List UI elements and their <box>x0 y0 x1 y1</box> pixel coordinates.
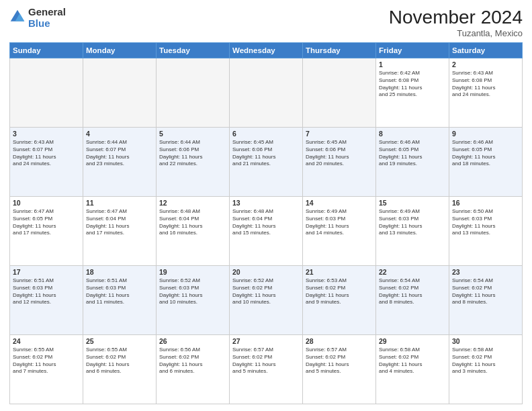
day-info: Sunrise: 6:47 AM Sunset: 6:05 PM Dayligh… <box>13 208 80 237</box>
day-number: 14 <box>306 199 373 207</box>
calendar-cell: 4Sunrise: 6:44 AM Sunset: 6:07 PM Daylig… <box>83 128 157 197</box>
page-container: General Blue November 2024 Tuzantla, Mex… <box>0 0 532 411</box>
calendar-cell: 5Sunrise: 6:44 AM Sunset: 6:06 PM Daylig… <box>157 128 230 197</box>
day-info: Sunrise: 6:46 AM Sunset: 6:05 PM Dayligh… <box>452 139 519 168</box>
logo-blue-text: Blue <box>28 18 66 30</box>
day-number: 7 <box>306 130 373 138</box>
day-number: 11 <box>86 199 153 207</box>
day-number: 27 <box>232 337 300 345</box>
day-info: Sunrise: 6:52 AM Sunset: 6:03 PM Dayligh… <box>159 277 226 306</box>
day-info: Sunrise: 6:48 AM Sunset: 6:04 PM Dayligh… <box>159 208 226 237</box>
day-number: 24 <box>13 337 80 345</box>
calendar-cell <box>83 58 157 128</box>
day-number: 3 <box>13 130 80 138</box>
day-info: Sunrise: 6:50 AM Sunset: 6:03 PM Dayligh… <box>452 208 519 237</box>
calendar-cell: 23Sunrise: 6:54 AM Sunset: 6:02 PM Dayli… <box>449 266 523 335</box>
calendar-cell: 30Sunrise: 6:58 AM Sunset: 6:02 PM Dayli… <box>449 335 523 404</box>
calendar-cell <box>10 58 83 128</box>
calendar-cell: 12Sunrise: 6:48 AM Sunset: 6:04 PM Dayli… <box>157 197 230 266</box>
week-row-3: 10Sunrise: 6:47 AM Sunset: 6:05 PM Dayli… <box>10 197 523 266</box>
day-number: 21 <box>306 268 373 276</box>
weekday-header-thursday: Thursday <box>303 43 376 58</box>
day-info: Sunrise: 6:46 AM Sunset: 6:05 PM Dayligh… <box>379 139 446 168</box>
day-number: 25 <box>86 337 153 345</box>
weekday-header-saturday: Saturday <box>449 43 523 58</box>
weekday-header-tuesday: Tuesday <box>157 43 230 58</box>
day-number: 6 <box>232 130 300 138</box>
logo-icon <box>9 9 26 25</box>
week-row-2: 3Sunrise: 6:43 AM Sunset: 6:07 PM Daylig… <box>10 128 523 197</box>
weekday-header-wednesday: Wednesday <box>230 43 303 58</box>
weekday-header-friday: Friday <box>376 43 449 58</box>
calendar-cell: 11Sunrise: 6:47 AM Sunset: 6:04 PM Dayli… <box>83 197 157 266</box>
day-number: 12 <box>159 199 226 207</box>
day-number: 10 <box>13 199 80 207</box>
day-number: 17 <box>13 268 80 276</box>
day-info: Sunrise: 6:49 AM Sunset: 6:03 PM Dayligh… <box>306 208 373 237</box>
day-info: Sunrise: 6:47 AM Sunset: 6:04 PM Dayligh… <box>86 208 153 237</box>
calendar-cell: 9Sunrise: 6:46 AM Sunset: 6:05 PM Daylig… <box>449 128 523 197</box>
month-title: November 2024 <box>389 7 523 28</box>
day-info: Sunrise: 6:51 AM Sunset: 6:03 PM Dayligh… <box>86 277 153 306</box>
calendar-cell: 10Sunrise: 6:47 AM Sunset: 6:05 PM Dayli… <box>10 197 83 266</box>
weekday-header-sunday: Sunday <box>10 43 83 58</box>
day-info: Sunrise: 6:45 AM Sunset: 6:06 PM Dayligh… <box>232 139 300 168</box>
calendar-cell: 16Sunrise: 6:50 AM Sunset: 6:03 PM Dayli… <box>449 197 523 266</box>
day-number: 1 <box>379 60 446 68</box>
day-number: 23 <box>452 268 519 276</box>
day-number: 26 <box>159 337 226 345</box>
logo: General Blue <box>9 7 66 29</box>
day-info: Sunrise: 6:52 AM Sunset: 6:02 PM Dayligh… <box>232 277 300 306</box>
day-number: 5 <box>159 130 226 138</box>
calendar-cell <box>157 58 230 128</box>
day-number: 18 <box>86 268 153 276</box>
day-info: Sunrise: 6:55 AM Sunset: 6:02 PM Dayligh… <box>13 347 80 375</box>
week-row-5: 24Sunrise: 6:55 AM Sunset: 6:02 PM Dayli… <box>10 335 523 404</box>
location: Tuzantla, Mexico <box>389 28 523 38</box>
day-number: 13 <box>232 199 300 207</box>
title-section: November 2024 Tuzantla, Mexico <box>389 7 523 38</box>
day-info: Sunrise: 6:43 AM Sunset: 6:08 PM Dayligh… <box>452 70 519 99</box>
calendar-cell: 27Sunrise: 6:57 AM Sunset: 6:02 PM Dayli… <box>230 335 303 404</box>
calendar-cell: 28Sunrise: 6:57 AM Sunset: 6:02 PM Dayli… <box>303 335 376 404</box>
week-row-1: 1Sunrise: 6:42 AM Sunset: 6:08 PM Daylig… <box>10 58 523 128</box>
calendar-cell: 25Sunrise: 6:55 AM Sunset: 6:02 PM Dayli… <box>83 335 157 404</box>
weekday-header-monday: Monday <box>83 43 157 58</box>
calendar-cell: 13Sunrise: 6:48 AM Sunset: 6:04 PM Dayli… <box>230 197 303 266</box>
day-number: 19 <box>159 268 226 276</box>
day-info: Sunrise: 6:49 AM Sunset: 6:03 PM Dayligh… <box>379 208 446 237</box>
calendar-cell: 26Sunrise: 6:56 AM Sunset: 6:02 PM Dayli… <box>157 335 230 404</box>
day-info: Sunrise: 6:53 AM Sunset: 6:02 PM Dayligh… <box>306 277 373 306</box>
calendar-cell: 24Sunrise: 6:55 AM Sunset: 6:02 PM Dayli… <box>10 335 83 404</box>
day-number: 15 <box>379 199 446 207</box>
weekday-header-row: SundayMondayTuesdayWednesdayThursdayFrid… <box>10 43 523 58</box>
calendar-cell: 22Sunrise: 6:54 AM Sunset: 6:02 PM Dayli… <box>376 266 449 335</box>
day-number: 16 <box>452 199 519 207</box>
day-info: Sunrise: 6:48 AM Sunset: 6:04 PM Dayligh… <box>232 208 300 237</box>
day-number: 29 <box>379 337 446 345</box>
day-number: 8 <box>379 130 446 138</box>
calendar-cell: 3Sunrise: 6:43 AM Sunset: 6:07 PM Daylig… <box>10 128 83 197</box>
calendar-cell: 14Sunrise: 6:49 AM Sunset: 6:03 PM Dayli… <box>303 197 376 266</box>
day-info: Sunrise: 6:42 AM Sunset: 6:08 PM Dayligh… <box>379 70 446 99</box>
day-number: 30 <box>452 337 519 345</box>
day-info: Sunrise: 6:58 AM Sunset: 6:02 PM Dayligh… <box>452 347 519 375</box>
day-info: Sunrise: 6:43 AM Sunset: 6:07 PM Dayligh… <box>13 139 80 168</box>
calendar-cell: 17Sunrise: 6:51 AM Sunset: 6:03 PM Dayli… <box>10 266 83 335</box>
day-info: Sunrise: 6:54 AM Sunset: 6:02 PM Dayligh… <box>379 277 446 306</box>
week-row-4: 17Sunrise: 6:51 AM Sunset: 6:03 PM Dayli… <box>10 266 523 335</box>
logo-general-text: General <box>28 7 66 18</box>
day-info: Sunrise: 6:57 AM Sunset: 6:02 PM Dayligh… <box>232 347 300 375</box>
calendar-cell <box>303 58 376 128</box>
day-number: 22 <box>379 268 446 276</box>
day-info: Sunrise: 6:55 AM Sunset: 6:02 PM Dayligh… <box>86 347 153 375</box>
day-number: 20 <box>232 268 300 276</box>
calendar-cell: 1Sunrise: 6:42 AM Sunset: 6:08 PM Daylig… <box>376 58 449 128</box>
calendar-cell: 6Sunrise: 6:45 AM Sunset: 6:06 PM Daylig… <box>230 128 303 197</box>
calendar-cell: 20Sunrise: 6:52 AM Sunset: 6:02 PM Dayli… <box>230 266 303 335</box>
calendar-cell: 29Sunrise: 6:58 AM Sunset: 6:02 PM Dayli… <box>376 335 449 404</box>
day-info: Sunrise: 6:44 AM Sunset: 6:07 PM Dayligh… <box>86 139 153 168</box>
logo-text: General Blue <box>28 7 66 29</box>
calendar-cell: 18Sunrise: 6:51 AM Sunset: 6:03 PM Dayli… <box>83 266 157 335</box>
header: General Blue November 2024 Tuzantla, Mex… <box>9 7 523 38</box>
